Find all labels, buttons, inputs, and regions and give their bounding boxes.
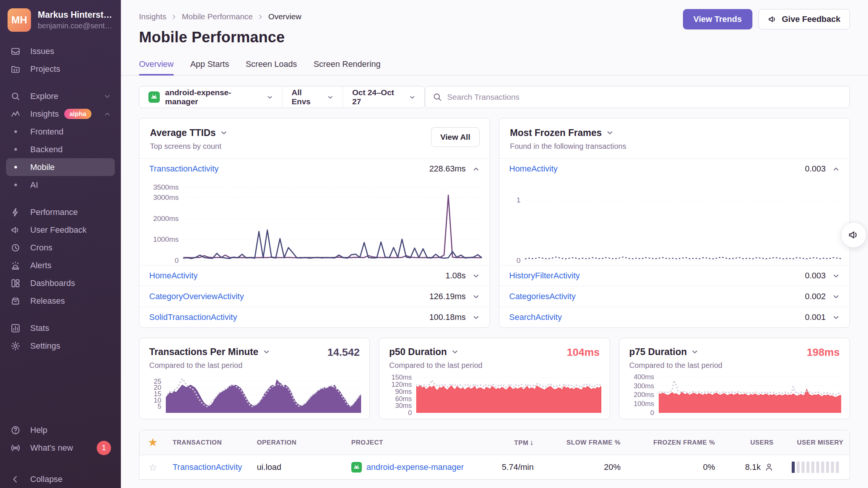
view-all-button[interactable]: View All: [431, 127, 480, 147]
sidebar-item-ai[interactable]: AI: [6, 176, 115, 194]
screen-link[interactable]: TransactionActivity: [149, 164, 219, 174]
filter-bar: android-expense-manager All Envs Oct 24–…: [139, 86, 850, 108]
chevron-down-icon[interactable]: [473, 272, 480, 280]
column-header-users[interactable]: USERS: [721, 439, 780, 446]
collapse-icon: [11, 474, 20, 484]
p75-title[interactable]: p75 Duration: [629, 346, 723, 357]
screen-link[interactable]: SolidTransactionActivity: [149, 312, 237, 322]
transaction-link[interactable]: TransactionActivity: [173, 462, 242, 472]
chevron-up-icon[interactable]: [473, 165, 480, 173]
column-header-operation[interactable]: OPERATION: [251, 439, 345, 446]
p50-title[interactable]: p50 Duration: [389, 346, 482, 357]
sidebar-item-stats[interactable]: Stats: [6, 319, 115, 337]
tpm-title[interactable]: Transactions Per Minute: [149, 346, 270, 357]
most-frozen-frames-title[interactable]: Most Frozen Frames: [510, 127, 839, 138]
search-box: [425, 86, 850, 108]
chevron-down-icon[interactable]: [832, 293, 840, 300]
breadcrumb-insights[interactable]: Insights: [139, 12, 166, 21]
screen-link[interactable]: CategoryOverviewActivity: [149, 292, 244, 301]
star-outline-icon[interactable]: ☆: [139, 462, 167, 473]
sidebar-item-backend[interactable]: Backend: [6, 141, 115, 158]
column-header-tpm[interactable]: TPM↓: [477, 439, 540, 447]
chevron-down-icon: [263, 348, 270, 355]
column-header-transaction[interactable]: TRANSACTION: [167, 439, 251, 446]
crons-icon: [11, 243, 20, 253]
view-trends-button[interactable]: View Trends: [683, 9, 752, 29]
sidebar-item-settings[interactable]: Settings: [6, 337, 115, 355]
give-feedback-button[interactable]: Give Feedback: [758, 9, 850, 29]
chevron-down-icon: [220, 129, 227, 136]
stats-icon: [11, 323, 20, 333]
sidebar-item-performance[interactable]: Performance: [6, 203, 115, 221]
environment-filter[interactable]: All Envs: [282, 86, 343, 108]
chevron-down-icon: [327, 94, 334, 100]
chevron-down-icon[interactable]: [832, 272, 840, 280]
chevron-down-icon[interactable]: [473, 293, 480, 300]
sidebar-item-frontend[interactable]: Frontend: [6, 123, 115, 141]
chevron-up-icon[interactable]: [832, 165, 840, 173]
help-icon: [11, 425, 20, 435]
tab-app-starts[interactable]: App Starts: [190, 59, 229, 75]
sidebar-item-insights[interactable]: Insightsalpha: [6, 105, 115, 123]
tab-screen-loads[interactable]: Screen Loads: [246, 59, 297, 75]
screen-link[interactable]: HomeActivity: [149, 271, 198, 281]
breadcrumb-mobile-performance[interactable]: Mobile Performance: [182, 12, 253, 21]
project-link[interactable]: android-expense-manager: [345, 462, 477, 473]
user-meta: Markus Hinterst… benjamin.coe@sent…: [38, 10, 112, 30]
screen-row: SearchActivity 0.001: [499, 307, 849, 327]
sidebar-item-label: AI: [30, 180, 38, 190]
screen-link[interactable]: CategoriesActivity: [509, 292, 576, 301]
column-header-project[interactable]: PROJECT: [345, 439, 477, 446]
chevron-down-icon: [606, 129, 613, 136]
sidebar-item-user-feedback[interactable]: User Feedback: [6, 221, 115, 239]
table-body: ☆TransactionActivityui.load android-expe…: [139, 455, 849, 479]
sidebar-item-crons[interactable]: Crons: [6, 239, 115, 256]
give-feedback-label: Give Feedback: [782, 14, 840, 24]
user-menu[interactable]: MH Markus Hinterst… benjamin.coe@sent…: [0, 0, 121, 41]
main-content: Insights Mobile Performance Overview Vie…: [121, 0, 868, 488]
nav-gap: [0, 194, 121, 203]
performance-icon: [11, 207, 20, 217]
sidebar-item-what-s-new[interactable]: What's new1: [6, 439, 115, 457]
sidebar-item-label: Issues: [30, 46, 54, 56]
column-header-slow-frame[interactable]: SLOW FRAME %: [540, 439, 627, 446]
sidebar-item-label: Backend: [30, 145, 63, 154]
project-filter[interactable]: android-expense-manager: [139, 86, 282, 108]
screen-row: SolidTransactionActivity 100.18ms: [139, 307, 490, 327]
sidebar-item-mobile[interactable]: Mobile: [6, 158, 115, 176]
screen-link[interactable]: HistoryFilterActivity: [509, 271, 580, 281]
search-input[interactable]: [447, 93, 842, 102]
page-title: Mobile Performance: [139, 29, 850, 46]
sidebar-item-alerts[interactable]: Alerts: [6, 256, 115, 274]
sidebar-nav: IssuesProjectsExploreInsightsalphaFronte…: [0, 41, 121, 421]
sidebar-item-explore[interactable]: Explore: [6, 87, 115, 105]
screen-row: HomeActivity 1.08s: [139, 265, 490, 286]
column-header-user-misery[interactable]: USER MISERY: [780, 439, 849, 446]
sidebar-item-projects[interactable]: Projects: [6, 60, 115, 78]
tab-overview[interactable]: Overview: [139, 59, 174, 75]
chevron-down-icon[interactable]: [832, 314, 840, 321]
dashboards-icon: [11, 278, 20, 288]
screen-link[interactable]: HomeActivity: [509, 164, 558, 174]
screen-value: 100.18ms: [429, 312, 466, 322]
sidebar-item-help[interactable]: Help: [6, 421, 115, 439]
date-range-filter[interactable]: Oct 24–Oct 27: [343, 86, 424, 108]
tab-screen-rendering[interactable]: Screen Rendering: [314, 59, 380, 75]
sidebar-item-collapse[interactable]: Collapse: [6, 470, 115, 488]
p75-panel: p75 Duration Compared to the last period…: [619, 338, 850, 419]
p75-value: 198ms: [807, 346, 840, 358]
table-row: ☆TransactionActivityui.load android-expe…: [139, 455, 849, 479]
sidebar-item-dashboards[interactable]: Dashboards: [6, 274, 115, 292]
screen-link[interactable]: SearchActivity: [509, 312, 562, 322]
column-header-frozen-frame[interactable]: FROZEN FRAME %: [627, 439, 721, 446]
chevron-right-icon: [171, 14, 177, 20]
panel-title-label: p75 Duration: [629, 346, 687, 357]
average-ttids-title[interactable]: Average TTIDs: [150, 127, 479, 138]
screen-row-expanded: TransactionActivity 228.63ms: [139, 158, 490, 179]
sidebar-item-releases[interactable]: Releases: [6, 292, 115, 310]
feedback-fab[interactable]: [841, 222, 866, 248]
chevron-down-icon[interactable]: [473, 314, 480, 321]
star-icon[interactable]: ★: [139, 437, 167, 448]
sidebar-item-issues[interactable]: Issues: [6, 42, 115, 60]
sidebar-item-label: Releases: [30, 296, 65, 306]
